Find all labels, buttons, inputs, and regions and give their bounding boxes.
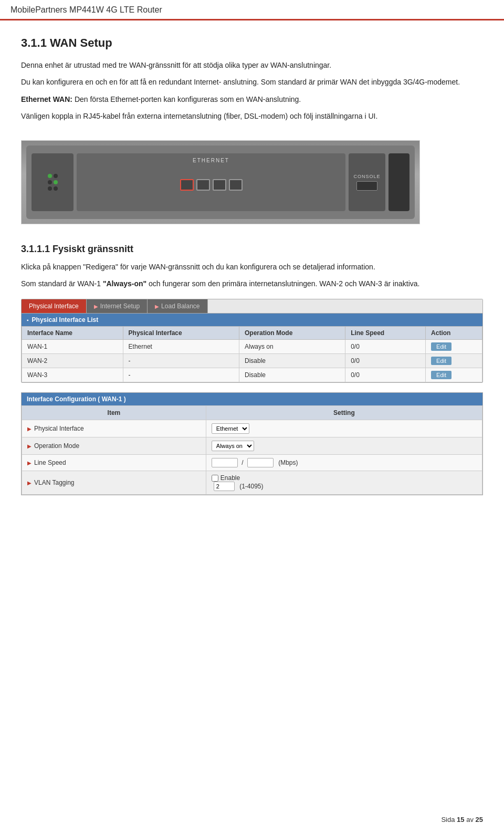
config-col-setting: Setting <box>206 406 482 420</box>
table-row: WAN-2 - Disable 0/0 Edit <box>22 354 482 368</box>
config-setting-operation-mode: Always on Disable Failover <box>206 437 482 455</box>
sub-para2-suffix: och fungerar som den primära internetans… <box>146 279 419 288</box>
config-item-physical-interface: ▶ Physical Interface <box>22 420 206 437</box>
physical-interface-table-header: Interface Name Physical Interface Operat… <box>22 327 482 340</box>
config-setting-line-speed: / (Mbps) <box>206 455 482 471</box>
footer-text: Sida 15 av 25 <box>441 816 483 823</box>
item-vlan-tagging-label: VLAN Tagging <box>34 479 75 486</box>
body-text-para1: Denna enhet är utrustad med tre WAN-grän… <box>21 59 483 71</box>
main-content: 3.1.1 WAN Setup Denna enhet är utrustad … <box>0 20 504 536</box>
line-speed-input-1[interactable] <box>212 458 238 467</box>
port-1-highlighted <box>180 179 194 191</box>
led-row-3 <box>48 186 58 191</box>
config-item-vlan-tagging: ▶ VLAN Tagging <box>22 471 206 495</box>
router-right-block <box>388 153 410 211</box>
config-item-line-speed: ▶ Line Speed <box>22 455 206 471</box>
sub-body-text-1: Klicka på knappen "Redigera" för varje W… <box>21 261 483 273</box>
page-footer: Sida 15 av 25 <box>441 816 483 823</box>
console-label: CONSOLE <box>353 174 380 179</box>
ui-panel-physical: Physical Interface ▶ Internet Setup ▶ Lo… <box>21 299 483 383</box>
ethernet-wan-label: Ethernet WAN: <box>21 95 72 103</box>
vlan-range-label: (1-4095) <box>239 483 263 490</box>
config-table-body: ▶ Physical Interface Ethernet 3G/4G None <box>22 420 482 495</box>
physical-interface-dropdown[interactable]: Ethernet 3G/4G None <box>212 423 249 434</box>
config-setting-vlan-tagging: Enable (1-4095) <box>206 471 482 495</box>
vlan-enable-label: Enable <box>220 474 240 482</box>
wan1-edit-button[interactable]: Edit <box>431 342 452 351</box>
led-row-1 <box>48 174 58 178</box>
tab-load-balance[interactable]: ▶ Load Balance <box>148 299 207 313</box>
row-arrow-icon-3: ▶ <box>27 460 32 466</box>
port-2 <box>196 179 210 191</box>
wan1-interface-name: WAN-1 <box>22 340 123 354</box>
vlan-id-input[interactable] <box>214 482 235 491</box>
tab-arrow-2: ▶ <box>94 304 98 309</box>
col-interface-name: Interface Name <box>22 327 123 340</box>
body-text-para3-suffix: Den första Ethernet-porten kan konfigure… <box>72 95 301 103</box>
config-row-line-speed: ▶ Line Speed / (Mbps) <box>22 455 482 471</box>
wan1-action: Edit <box>426 340 482 354</box>
config-row-operation-mode: ▶ Operation Mode Always on Disable Failo… <box>22 437 482 455</box>
tab-arrow-3: ▶ <box>155 304 159 309</box>
wan3-physical-interface: - <box>123 368 239 382</box>
ui-tab-bar: Physical Interface ▶ Internet Setup ▶ Lo… <box>22 299 482 314</box>
ethernet-port-label: ETHERNET <box>193 158 229 163</box>
led-3 <box>48 180 52 184</box>
tab-load-balance-label: Load Balance <box>161 303 200 310</box>
console-port <box>356 181 377 191</box>
wan2-operation-mode: Disable <box>239 354 345 368</box>
router-panel-bg: ETHERNET CONSOLE <box>22 141 419 224</box>
interface-config-title: Interface Configuration ( WAN-1 ) <box>27 395 126 403</box>
vlan-enable-checkbox[interactable] <box>212 475 218 482</box>
vlan-tagging-checkbox-label: Enable <box>212 474 477 482</box>
config-row-vlan-tagging: ▶ VLAN Tagging Enable (1-4095) <box>22 471 482 495</box>
table-row: WAN-3 - Disable 0/0 Edit <box>22 368 482 382</box>
led-6 <box>54 186 58 191</box>
footer-sida: Sida <box>441 816 457 823</box>
line-speed-input-2[interactable] <box>247 458 274 467</box>
wan2-interface-name: WAN-2 <box>22 354 123 368</box>
led-2 <box>54 174 58 178</box>
item-physical-interface-label: Physical Interface <box>34 425 84 432</box>
wan3-operation-mode: Disable <box>239 368 345 382</box>
body-text-para2: Du kan konfigurera en och en för att få … <box>21 76 483 88</box>
interface-config-header: Interface Configuration ( WAN-1 ) <box>22 393 482 405</box>
sub-section-title-fysiskt: 3.1.1.1 Fysiskt gränssnitt <box>21 244 483 255</box>
row-arrow-icon-1: ▶ <box>27 426 32 432</box>
led-1 <box>48 174 52 178</box>
footer-total-pages: 25 <box>476 816 483 823</box>
router-image: ETHERNET CONSOLE <box>21 140 420 224</box>
line-speed-unit: (Mbps) <box>278 459 298 466</box>
col-operation-mode: Operation Mode <box>239 327 345 340</box>
wan1-line-speed: 0/0 <box>345 340 426 354</box>
line-speed-separator: / <box>242 459 243 466</box>
wan2-edit-button[interactable]: Edit <box>431 357 452 365</box>
physical-interface-list-title: Physical Interface List <box>32 316 99 324</box>
config-row-physical-interface: ▶ Physical Interface Ethernet 3G/4G None <box>22 420 482 437</box>
wan2-line-speed: 0/0 <box>345 354 426 368</box>
wan3-edit-button[interactable]: Edit <box>431 371 452 379</box>
interface-config-table: Item Setting ▶ Physical Interface E <box>22 405 482 495</box>
sub-para2-prefix: Som standard är WAN-1 <box>21 279 103 288</box>
interface-config-panel: Interface Configuration ( WAN-1 ) Item S… <box>21 392 483 495</box>
item-operation-mode-label: Operation Mode <box>34 442 79 450</box>
router-ports-area: ETHERNET <box>77 153 345 211</box>
config-table-header: Item Setting <box>22 406 482 420</box>
tab-internet-setup[interactable]: ▶ Internet Setup <box>87 299 148 313</box>
sub-para2-bold: "Always-on" <box>103 279 146 288</box>
led-4 <box>54 180 58 184</box>
operation-mode-dropdown[interactable]: Always on Disable Failover <box>212 441 254 451</box>
physical-interface-table-body: WAN-1 Ethernet Always on 0/0 Edit WAN-2 … <box>22 340 482 382</box>
wan2-physical-interface: - <box>123 354 239 368</box>
tab-physical-interface[interactable]: Physical Interface <box>22 299 87 313</box>
tab-internet-setup-label: Internet Setup <box>100 303 140 310</box>
wan3-interface-name: WAN-3 <box>22 368 123 382</box>
config-col-item: Item <box>22 406 206 420</box>
physical-interface-list-header: ▪ Physical Interface List <box>22 314 482 326</box>
body-text-para3: Ethernet WAN: Den första Ethernet-porten… <box>21 93 483 105</box>
config-item-operation-mode: ▶ Operation Mode <box>22 437 206 455</box>
wan1-operation-mode: Always on <box>239 340 345 354</box>
sub-body-text-2: Som standard är WAN-1 "Always-on" och fu… <box>21 278 483 289</box>
section-title-wan-setup: 3.1.1 WAN Setup <box>21 36 483 50</box>
row-arrow-icon-2: ▶ <box>27 443 32 449</box>
